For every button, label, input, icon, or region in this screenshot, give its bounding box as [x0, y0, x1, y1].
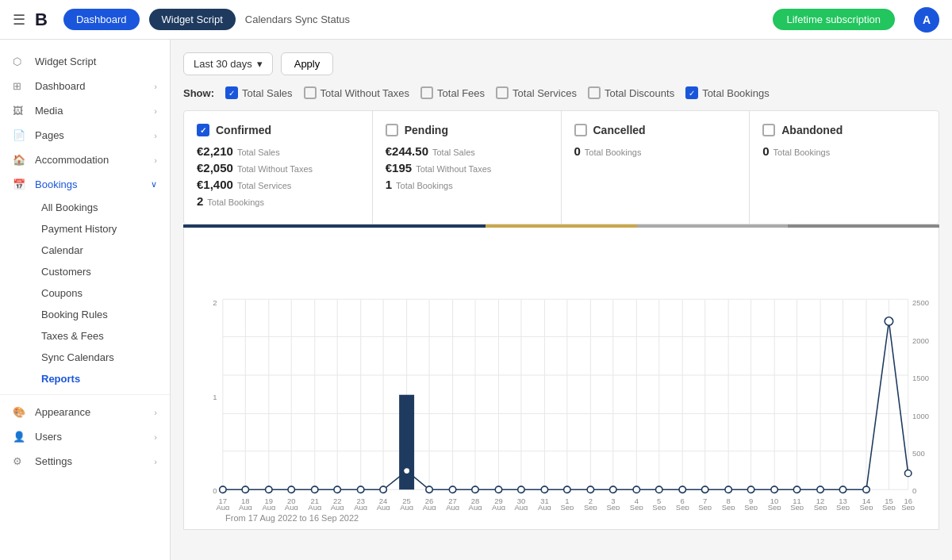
svg-text:1500: 1500: [912, 374, 929, 382]
cancelled-bookings-lbl: Total Bookings: [585, 148, 642, 157]
svg-point-129: [725, 486, 731, 493]
total-discounts-checkbox[interactable]: [588, 86, 601, 99]
sidebar-item-media[interactable]: 🖼 Media ›: [0, 98, 170, 123]
svg-point-114: [380, 486, 386, 493]
filter-bar: Last 30 days ▾ Apply: [183, 52, 939, 75]
svg-point-132: [793, 486, 800, 493]
submenu-reports[interactable]: Reports: [35, 368, 170, 389]
svg-point-125: [633, 486, 639, 493]
submenu-coupons[interactable]: Coupons: [35, 282, 170, 304]
sidebar-item-appearance[interactable]: 🎨 Appearance ›: [0, 400, 170, 424]
total-fees-checkbox[interactable]: [420, 86, 433, 99]
svg-text:Sep: Sep: [652, 504, 666, 510]
stat-cancelled: Cancelled 0 Total Bookings: [562, 111, 750, 224]
confirmed-total-sales-lbl: Total Sales: [237, 148, 280, 157]
lifetime-subscription-button[interactable]: Lifetime subscription: [773, 9, 896, 30]
bookings-submenu: All Bookings Payment History Calendar Cu…: [0, 197, 170, 389]
sidebar-item-widget-script[interactable]: ⬡ Widget Script: [0, 49, 170, 74]
sidebar-item-label: Pages: [35, 129, 64, 141]
sidebar-item-settings[interactable]: ⚙ Settings ›: [0, 449, 170, 474]
svg-text:Sep: Sep: [676, 504, 689, 510]
svg-point-108: [242, 486, 248, 493]
abandoned-checkbox[interactable]: [762, 124, 775, 136]
svg-text:2000: 2000: [912, 337, 929, 345]
pending-without-taxes-val: €195: [386, 161, 412, 175]
widget-script-button[interactable]: Widget Script: [149, 9, 236, 30]
show-total-fees[interactable]: Total Fees: [420, 86, 485, 99]
sidebar-item-users[interactable]: 👤 Users ›: [0, 424, 170, 449]
dashboard-button[interactable]: Dashboard: [63, 9, 140, 30]
svg-point-118: [472, 486, 478, 493]
svg-text:Sep: Sep: [836, 504, 850, 510]
confirmed-bookings-lbl: Total Bookings: [207, 198, 264, 207]
users-icon: 👤: [13, 431, 27, 443]
submenu-payment-history[interactable]: Payment History: [35, 218, 170, 240]
chevron-right-icon: ›: [154, 131, 157, 140]
submenu-customers[interactable]: Customers: [35, 261, 170, 282]
sidebar-item-label: Users: [35, 431, 62, 443]
dot: [220, 486, 226, 493]
date-range-label: Last 30 days: [194, 58, 252, 70]
sidebar-item-label: Accommodation: [35, 154, 109, 166]
submenu-taxes-fees[interactable]: Taxes & Fees: [35, 325, 170, 347]
pages-icon: 📄: [13, 129, 27, 141]
logo: B: [35, 10, 48, 30]
submenu-all-bookings[interactable]: All Bookings: [35, 197, 170, 218]
abandoned-bookings-val: 0: [762, 144, 769, 158]
confirmed-total-sales-val: €2,210: [197, 144, 233, 158]
apply-button[interactable]: Apply: [281, 52, 334, 75]
sidebar-item-label: Appearance: [35, 406, 90, 418]
sidebar-item-accommodation[interactable]: 🏠 Accommodation ›: [0, 148, 170, 172]
chevron-down-icon: ▾: [257, 58, 263, 70]
svg-text:Sep: Sep: [901, 504, 915, 510]
total-bookings-checkbox[interactable]: ✓: [685, 86, 698, 99]
total-services-checkbox[interactable]: [496, 86, 509, 99]
sidebar: ⬡ Widget Script ⊞ Dashboard › 🖼 Media › …: [0, 40, 171, 560]
svg-text:Aug: Aug: [216, 504, 229, 510]
confirmed-checkbox[interactable]: ✓: [197, 124, 209, 136]
svg-point-134: [839, 486, 846, 493]
chart-wrap: .grid-line { stroke: #e8e8e8; stroke-wid…: [194, 240, 929, 510]
total-sales-checkbox[interactable]: ✓: [225, 86, 238, 99]
svg-text:500: 500: [912, 450, 925, 458]
submenu-calendar[interactable]: Calendar: [35, 240, 170, 261]
stat-pending: Pending €244.50 Total Sales €195 Total W…: [373, 111, 562, 224]
svg-text:2: 2: [213, 300, 217, 308]
submenu-booking-rules[interactable]: Booking Rules: [35, 304, 170, 325]
sidebar-item-pages[interactable]: 📄 Pages ›: [0, 123, 170, 148]
pending-checkbox[interactable]: [386, 124, 398, 136]
sidebar-item-label: Dashboard: [35, 80, 86, 92]
svg-text:Sep: Sep: [560, 504, 574, 510]
sidebar-item-label: Settings: [35, 455, 72, 467]
show-total-services[interactable]: Total Services: [496, 86, 577, 99]
svg-point-121: [541, 486, 547, 493]
svg-text:Aug: Aug: [377, 504, 390, 510]
svg-point-117: [449, 486, 455, 493]
sidebar-item-bookings[interactable]: 📅 Bookings ∨: [0, 172, 170, 197]
submenu-sync-calendars[interactable]: Sync Calendars: [35, 347, 170, 368]
svg-point-133: [817, 486, 823, 493]
svg-text:Sep: Sep: [698, 504, 712, 510]
chart-container: .grid-line { stroke: #e8e8e8; stroke-wid…: [183, 228, 939, 530]
show-total-without-taxes[interactable]: Total Without Taxes: [304, 86, 409, 99]
avatar[interactable]: A: [914, 7, 939, 33]
confirmed-services-lbl: Total Services: [237, 181, 291, 190]
show-total-bookings[interactable]: ✓ Total Bookings: [685, 86, 770, 99]
total-without-taxes-checkbox[interactable]: [304, 86, 317, 99]
date-range-select[interactable]: Last 30 days ▾: [183, 52, 273, 75]
show-total-discounts[interactable]: Total Discounts: [588, 86, 674, 99]
total-discounts-label: Total Discounts: [605, 87, 674, 99]
svg-point-126: [656, 486, 662, 493]
media-icon: 🖼: [13, 105, 27, 117]
svg-text:Aug: Aug: [331, 504, 344, 510]
cancelled-checkbox[interactable]: [574, 124, 587, 136]
menu-icon[interactable]: ☰: [13, 11, 25, 29]
svg-point-122: [564, 486, 570, 493]
svg-text:Sep: Sep: [630, 504, 643, 510]
svg-text:Aug: Aug: [285, 504, 298, 510]
widget-script-icon: ⬡: [13, 56, 27, 67]
sidebar-item-dashboard[interactable]: ⊞ Dashboard ›: [0, 74, 170, 98]
show-filters-row: Show: ✓ Total Sales Total Without Taxes …: [183, 86, 939, 99]
svg-point-124: [610, 486, 616, 493]
show-total-sales[interactable]: ✓ Total Sales: [225, 86, 293, 99]
